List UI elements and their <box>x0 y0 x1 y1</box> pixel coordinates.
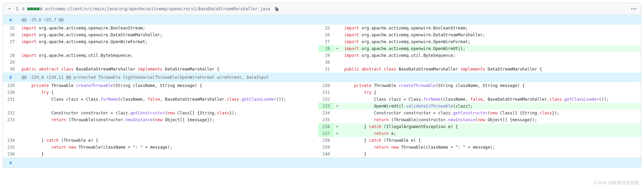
chevron-down-icon[interactable] <box>7 7 12 11</box>
diff-marker <box>333 89 341 96</box>
unfold-icon <box>8 75 13 80</box>
left-line-number[interactable]: 28 <box>3 52 18 59</box>
diff-marker <box>333 38 341 45</box>
diff-row: 233 return (Throwable)constructor.newIns… <box>3 116 641 123</box>
diff-marker <box>333 137 341 144</box>
expand-button[interactable] <box>3 73 18 82</box>
right-line-number[interactable]: 235 <box>318 116 333 123</box>
right-line-number[interactable]: 28 <box>318 45 333 52</box>
diff-row: 234 } catch (Throwable e) { 238 } catch … <box>3 137 641 144</box>
right-code: Constructor constructor = clazz.getConst… <box>341 110 641 116</box>
expand-spacer <box>18 158 641 168</box>
right-code: import org.apache.activemq.util.ByteSequ… <box>341 52 641 59</box>
hunk-header-row: @@ -229,8 +230,11 @@ protected Throwable… <box>3 73 641 82</box>
right-line-number[interactable]: 31 <box>318 66 333 73</box>
right-line-number[interactable]: 25 <box>318 25 333 32</box>
left-line-number[interactable]: 233 <box>3 116 18 123</box>
right-code: } catch (Throwable e) { <box>341 137 641 144</box>
right-line-number[interactable]: 230 <box>318 82 333 89</box>
expand-all-icon[interactable] <box>15 7 20 11</box>
right-code: import org.apache.activemq.openwire.Bool… <box>341 25 641 32</box>
left-line-number <box>3 130 18 137</box>
left-code <box>18 130 318 137</box>
right-line-number[interactable]: 236 <box>318 123 333 130</box>
left-line-number[interactable]: 232 <box>3 110 18 116</box>
left-code: return (Throwable)constructor.newInstanc… <box>18 116 318 123</box>
diff-file-container: 4 activemq-client/src/main/java/org/apac… <box>3 3 641 168</box>
diff-marker <box>333 151 341 158</box>
left-code: Class clazz = Class.forName(className, f… <box>18 96 318 103</box>
right-code: import org.apache.activemq.openwire.Open… <box>341 45 641 52</box>
file-header: 4 activemq-client/src/main/java/org/apac… <box>3 3 641 15</box>
right-code: return e; <box>341 130 641 137</box>
right-line-number[interactable]: 238 <box>318 137 333 144</box>
left-code: public abstract class BaseDataStreamMars… <box>18 66 318 73</box>
diff-row: 27 import org.apache.activemq.openwire.O… <box>3 38 641 45</box>
left-line-number[interactable]: 236 <box>3 151 18 158</box>
unfold-down-icon <box>8 160 13 165</box>
diff-row: 235 return new Throwable(className + ": … <box>3 144 641 151</box>
left-line-number[interactable]: 26 <box>3 32 18 38</box>
diff-row-addition: 236 + } catch (IllegalArgumentException … <box>3 123 641 130</box>
diffstat-neutral-block <box>40 8 42 10</box>
right-line-number[interactable]: 237 <box>318 130 333 137</box>
left-line-number[interactable]: 29 <box>3 59 18 66</box>
right-line-number[interactable]: 26 <box>318 32 333 38</box>
diff-row: 28 import org.apache.activemq.util.ByteS… <box>3 52 641 59</box>
right-code: } <box>341 151 641 158</box>
diff-row: 26 import org.apache.activemq.openwire.D… <box>3 32 641 38</box>
right-line-number[interactable]: 30 <box>318 59 333 66</box>
left-line-number[interactable]: 27 <box>3 38 18 45</box>
svg-point-2 <box>635 8 636 9</box>
diffstat-add-block <box>37 8 39 10</box>
left-line-number[interactable]: 230 <box>3 89 18 96</box>
left-code: import org.apache.activemq.util.ByteSequ… <box>18 52 318 59</box>
diff-marker <box>333 144 341 151</box>
left-code: return new Throwable(className + ": " + … <box>18 144 318 151</box>
right-line-number[interactable]: 240 <box>318 151 333 158</box>
diff-marker <box>333 96 341 103</box>
right-code: Class clazz = Class.forName(className, f… <box>341 96 641 103</box>
diff-marker <box>333 52 341 59</box>
diff-marker <box>333 25 341 32</box>
diff-row: 232 Constructor constructor = clazz.getC… <box>3 110 641 116</box>
svg-point-1 <box>633 8 634 9</box>
expand-up-button[interactable] <box>3 15 18 25</box>
diff-marker: + <box>333 123 341 130</box>
diff-marker <box>333 32 341 38</box>
left-line-number[interactable]: 235 <box>3 144 18 151</box>
diff-marker <box>333 66 341 73</box>
file-header-left: 4 activemq-client/src/main/java/org/apac… <box>7 7 631 11</box>
diff-row: 30 public abstract class BaseDataStreamM… <box>3 66 641 73</box>
expand-down-button[interactable] <box>3 158 18 168</box>
diff-marker: + <box>333 103 341 110</box>
right-code: return new Throwable(className + ": " + … <box>341 144 641 151</box>
diff-row: 229 private Throwable createThrowable(St… <box>3 82 641 89</box>
right-line-number[interactable]: 27 <box>318 38 333 45</box>
svg-point-0 <box>631 8 632 9</box>
right-line-number[interactable]: 239 <box>318 144 333 151</box>
right-line-number[interactable]: 234 <box>318 110 333 116</box>
unfold-up-icon <box>8 17 13 22</box>
expand-down-row <box>3 158 641 168</box>
diff-marker <box>333 82 341 89</box>
kebab-icon[interactable] <box>631 6 637 12</box>
left-line-number[interactable]: 25 <box>3 25 18 32</box>
file-path[interactable]: activemq-client/src/main/java/org/apache… <box>45 7 270 11</box>
left-code <box>18 103 318 110</box>
right-code: try { <box>341 89 641 96</box>
left-line-number[interactable]: 30 <box>3 66 18 73</box>
left-line-number <box>3 45 18 52</box>
right-line-number[interactable]: 29 <box>318 52 333 59</box>
right-line-number[interactable]: 231 <box>318 89 333 96</box>
right-line-number[interactable]: 233 <box>318 103 333 110</box>
left-line-number[interactable]: 234 <box>3 137 18 144</box>
left-line-number[interactable]: 231 <box>3 96 18 103</box>
hunk-header: @@ -229,8 +230,11 @@ protected Throwable… <box>18 73 641 82</box>
copy-icon[interactable] <box>274 7 279 11</box>
right-line-number[interactable]: 232 <box>318 96 333 103</box>
left-line-number[interactable]: 229 <box>3 82 18 89</box>
left-code: Constructor constructor = clazz.getConst… <box>18 110 318 116</box>
diffstat-add-block <box>30 8 33 10</box>
diffstat-add-block <box>27 8 30 10</box>
